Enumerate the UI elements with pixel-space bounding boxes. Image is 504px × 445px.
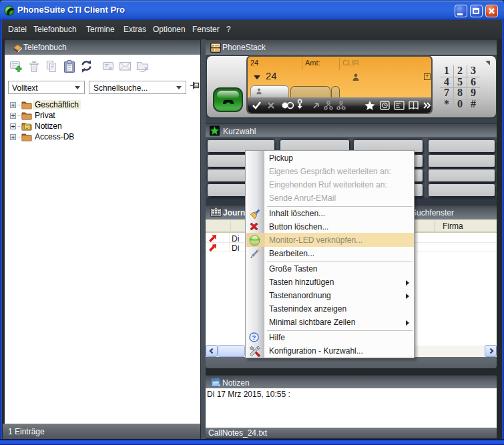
svg-text:?: ? [252, 334, 256, 341]
